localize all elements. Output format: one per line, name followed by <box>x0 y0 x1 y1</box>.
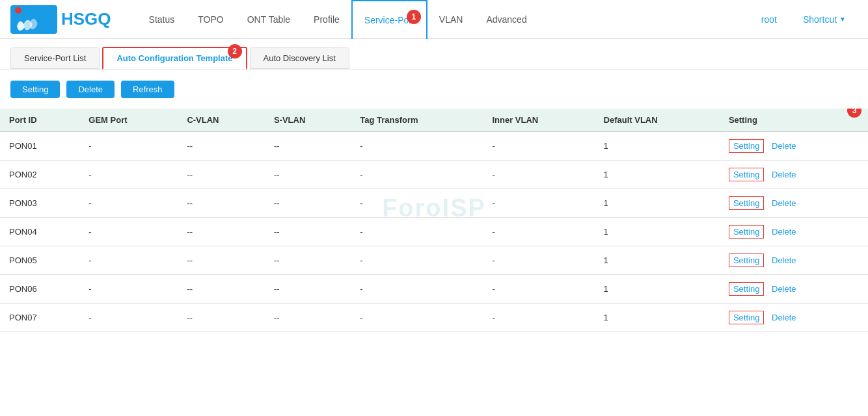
table-row: PON04 - -- -- - - 1 Setting Delete <box>0 218 868 246</box>
cell-inner-vlan: - <box>483 304 594 332</box>
badge-2: 2 <box>228 44 242 58</box>
nav-links: Status TOPO ONT Table Profile Service-Po… <box>137 0 750 39</box>
service-port-badge-wrap: Service-Port 1 <box>364 15 414 25</box>
col-tag-transform: Tag Transform <box>351 109 483 132</box>
toolbar: Setting Delete Refresh <box>0 70 868 109</box>
nav-root[interactable]: root <box>750 0 789 39</box>
action-delete-link[interactable]: Delete <box>772 227 796 237</box>
cell-actions: Setting Delete <box>720 132 868 161</box>
delete-button[interactable]: Delete <box>66 81 115 98</box>
col-default-vlan: Default VLAN <box>595 109 720 132</box>
refresh-button[interactable]: Refresh <box>121 81 174 98</box>
nav-vlan[interactable]: VLAN <box>427 0 475 39</box>
cell-c-vlan: -- <box>178 275 265 304</box>
cell-port-id: PON04 <box>0 218 79 246</box>
action-delete-link[interactable]: Delete <box>772 141 796 151</box>
cell-gem-port: - <box>79 161 178 189</box>
cell-default-vlan: 1 <box>595 132 720 161</box>
col-gem-port: GEM Port <box>79 109 178 132</box>
cell-port-id: PON02 <box>0 161 79 189</box>
tab-auto-discovery-list[interactable]: Auto Discovery List <box>250 47 349 69</box>
cell-inner-vlan: - <box>483 246 594 275</box>
table-wrap: Port ID GEM Port C-VLAN S-VLAN Tag Trans… <box>0 109 868 332</box>
cell-inner-vlan: - <box>483 218 594 246</box>
action-delete-link[interactable]: Delete <box>772 170 796 179</box>
cell-actions: Setting Delete <box>720 304 868 332</box>
cell-s-vlan: -- <box>265 246 351 275</box>
cell-s-vlan: -- <box>265 189 351 218</box>
table-row: PON02 - -- -- - - 1 Setting Delete <box>0 161 868 189</box>
table-row: PON03 - -- -- - - 1 Setting Delete <box>0 189 868 218</box>
cell-port-id: PON05 <box>0 246 79 275</box>
cell-actions: Setting Delete <box>720 189 868 218</box>
action-delete-link[interactable]: Delete <box>772 198 796 208</box>
logo-area: HSGQ <box>10 5 111 34</box>
cell-tag-transform: - <box>351 132 483 161</box>
table-row: PON01 - -- -- - - 1 Setting Delete <box>0 132 868 161</box>
nav-profile[interactable]: Profile <box>302 0 351 39</box>
nav-shortcut[interactable]: Shortcut ▼ <box>791 0 858 39</box>
cell-s-vlan: -- <box>265 161 351 189</box>
cell-port-id: PON03 <box>0 189 79 218</box>
cell-s-vlan: -- <box>265 304 351 332</box>
cell-tag-transform: - <box>351 161 483 189</box>
cell-c-vlan: -- <box>178 218 265 246</box>
tab-auto-configuration-template[interactable]: Auto Configuration Template 2 <box>102 47 247 70</box>
setting-button[interactable]: Setting <box>10 81 60 98</box>
col-c-vlan: C-VLAN <box>178 109 265 132</box>
cell-port-id: PON07 <box>0 304 79 332</box>
nav-status[interactable]: Status <box>137 0 187 39</box>
cell-tag-transform: - <box>351 218 483 246</box>
action-setting-link[interactable]: Setting <box>729 311 764 324</box>
action-delete-link[interactable]: Delete <box>772 313 796 322</box>
col-setting: Setting 3 <box>720 109 868 132</box>
cell-c-vlan: -- <box>178 161 265 189</box>
table-row: PON05 - -- -- - - 1 Setting Delete <box>0 246 868 275</box>
cell-port-id: PON01 <box>0 132 79 161</box>
action-delete-link[interactable]: Delete <box>772 284 796 294</box>
shortcut-dropdown-arrow: ▼ <box>839 16 846 23</box>
cell-c-vlan: -- <box>178 189 265 218</box>
action-delete-link[interactable]: Delete <box>772 255 796 265</box>
cell-inner-vlan: - <box>483 132 594 161</box>
nav-ont-table[interactable]: ONT Table <box>236 0 302 39</box>
action-setting-link[interactable]: Setting <box>729 225 764 239</box>
main-table: Port ID GEM Port C-VLAN S-VLAN Tag Trans… <box>0 109 868 332</box>
cell-tag-transform: - <box>351 304 483 332</box>
table-header-row: Port ID GEM Port C-VLAN S-VLAN Tag Trans… <box>0 109 868 132</box>
badge-3: 3 <box>847 109 861 118</box>
cell-inner-vlan: - <box>483 161 594 189</box>
nav-advanced[interactable]: Advanced <box>474 0 538 39</box>
cell-s-vlan: -- <box>265 275 351 304</box>
tab-bar: Service-Port List Auto Configuration Tem… <box>0 39 868 70</box>
cell-gem-port: - <box>79 275 178 304</box>
col-inner-vlan: Inner VLAN <box>483 109 594 132</box>
action-setting-link[interactable]: Setting <box>729 139 764 153</box>
cell-inner-vlan: - <box>483 189 594 218</box>
action-setting-link[interactable]: Setting <box>729 168 764 181</box>
navbar: HSGQ Status TOPO ONT Table Profile Servi… <box>0 0 868 39</box>
action-setting-link[interactable]: Setting <box>729 282 764 296</box>
cell-tag-transform: - <box>351 275 483 304</box>
cell-default-vlan: 1 <box>595 275 720 304</box>
cell-gem-port: - <box>79 218 178 246</box>
cell-inner-vlan: - <box>483 275 594 304</box>
table-row: PON07 - -- -- - - 1 Setting Delete <box>0 304 868 332</box>
cell-default-vlan: 1 <box>595 189 720 218</box>
nav-topo[interactable]: TOPO <box>186 0 235 39</box>
nav-service-port[interactable]: Service-Port 1 <box>351 0 427 39</box>
cell-s-vlan: -- <box>265 218 351 246</box>
tab-service-port-list[interactable]: Service-Port List <box>10 47 100 69</box>
action-setting-link[interactable]: Setting <box>729 254 764 267</box>
table-row: PON06 - -- -- - - 1 Setting Delete <box>0 275 868 304</box>
action-setting-link[interactable]: Setting <box>729 196 764 210</box>
cell-port-id: PON06 <box>0 275 79 304</box>
cell-s-vlan: -- <box>265 132 351 161</box>
cell-gem-port: - <box>79 132 178 161</box>
cell-default-vlan: 1 <box>595 161 720 189</box>
cell-gem-port: - <box>79 246 178 275</box>
cell-c-vlan: -- <box>178 132 265 161</box>
col-s-vlan: S-VLAN <box>265 109 351 132</box>
cell-actions: Setting Delete <box>720 246 868 275</box>
cell-default-vlan: 1 <box>595 246 720 275</box>
